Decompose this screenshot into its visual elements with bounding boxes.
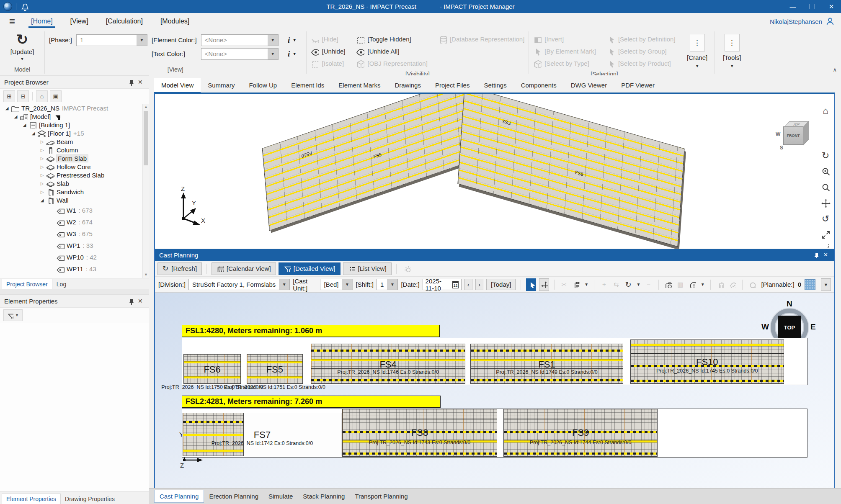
scroll-up-icon[interactable]: ▲ <box>143 104 149 110</box>
next-day-button[interactable]: › <box>475 279 483 290</box>
crane-dropdown-icon[interactable]: ▼ <box>695 64 699 68</box>
slab-fs8[interactable]: FS8Proj:TR_2026_NS Id:1743 Es:0 Strands:… <box>342 409 497 457</box>
regenerate-dropdown-icon[interactable]: ▼ <box>636 279 641 291</box>
compass-top-face[interactable]: TOP <box>778 316 801 339</box>
expand-icon[interactable]: ▷ <box>39 165 46 169</box>
tree-item-form-slab[interactable]: ▷Form Slab <box>0 154 149 162</box>
ribbon-item-invert[interactable]: [Invert] <box>533 33 596 45</box>
tree-item-prestressed-slab[interactable]: ▷Prestressed Slab <box>0 171 149 179</box>
ribbon-item-isolate[interactable]: [Isolate] <box>311 57 346 69</box>
phase-dropdown-icon[interactable]: ▼ <box>137 35 147 46</box>
element-color-dropdown-icon[interactable]: ▼ <box>268 35 278 46</box>
shift-select[interactable]: 1 ▼ <box>377 279 398 290</box>
panel-tab-element-properties[interactable]: Element Properties <box>2 494 61 504</box>
planning-tab-transport-planning[interactable]: Transport Planning <box>350 490 413 502</box>
user-account[interactable]: NikolajStephansen <box>770 16 835 26</box>
collapse-icon[interactable]: ◢ <box>30 131 37 136</box>
ribbon-tab-home[interactable]: [Home] <box>26 16 58 26</box>
calendar-icon[interactable]: 12 <box>452 281 458 288</box>
ribbon-tab-view[interactable]: [View] <box>65 16 93 26</box>
main-tab-follow-up[interactable]: Follow Up <box>242 78 284 93</box>
pin-icon[interactable] <box>126 298 134 305</box>
cut-button[interactable]: ✂ <box>560 279 569 291</box>
main-tab-model-view[interactable]: Model View <box>154 78 201 93</box>
phase-input[interactable]: 1 ▼ <box>76 34 147 46</box>
collapse-icon[interactable]: ◢ <box>12 114 19 119</box>
view-button-list-view[interactable]: [List View] <box>343 262 392 275</box>
move-tool-button[interactable] <box>539 278 549 291</box>
issues-button[interactable] <box>688 279 697 291</box>
bed-2[interactable]: FS7Proj:TR_2026_NS Id:1742 Es:0 Strands:… <box>182 409 807 458</box>
tree-scrollbar[interactable]: ▲ ▼ <box>142 104 149 278</box>
tree-item-wp10[interactable]: WP10: 42 <box>0 251 149 263</box>
cast-unit-select[interactable]: [Bed] ▼ <box>320 279 353 290</box>
panel-tab-project-browser[interactable]: Project Browser <box>2 279 52 289</box>
collapse-icon[interactable]: ◢ <box>39 198 46 203</box>
view-cube-front-face[interactable]: FRONT <box>783 126 803 145</box>
properties-filter-button[interactable]: ▼ <box>3 309 23 321</box>
cast-unit-dropdown-icon[interactable]: ▼ <box>342 279 353 290</box>
element-color-info-button[interactable]: i▼ <box>283 36 302 45</box>
validate-button[interactable] <box>728 279 737 291</box>
date-input[interactable]: 2025-11-10 12 <box>423 279 462 290</box>
issues-dropdown-icon[interactable]: ▼ <box>700 279 705 291</box>
ribbon-item-by-element-mark[interactable]: [By Element Mark] <box>533 45 596 57</box>
planning-tab-stack-planning[interactable]: Stack Planning <box>298 490 350 502</box>
division-dropdown-icon[interactable]: ▼ <box>279 279 289 290</box>
ribbon-item-select-by-product[interactable]: [Select by Product] <box>607 57 676 69</box>
slab-fs6[interactable]: FS6Proj:TR_2026_NS Id:1750 Es:0 Strands:… <box>183 354 241 384</box>
main-tab-project-files[interactable]: Project Files <box>428 78 477 93</box>
main-tab-settings[interactable]: Settings <box>477 78 513 93</box>
main-menu-icon[interactable]: ≣ <box>6 17 18 26</box>
cast-planning-canvas[interactable]: TOP N S W E Y Z X FSL1:4280, Meters rema… <box>155 293 834 489</box>
tree-item-w3[interactable]: W3: 675 <box>0 228 149 239</box>
collapse-icon[interactable]: ◢ <box>21 123 28 127</box>
select-tool-button[interactable] <box>526 278 536 291</box>
text-color-dropdown-icon[interactable]: ▼ <box>268 49 278 59</box>
paste-button[interactable] <box>572 279 581 291</box>
close-button[interactable]: ✕ <box>822 0 841 13</box>
expand-all-button[interactable]: ⊞ <box>3 90 15 102</box>
view-cube[interactable]: TOP FRONT W S <box>781 119 810 148</box>
model-slab-group-left[interactable]: FS10FS5 <box>262 94 476 231</box>
close-panel-icon[interactable]: ✕ <box>138 79 145 86</box>
tree-item-tr_2026_ns[interactable]: ◢TR_2026_NSIMPACT Precast <box>0 104 149 112</box>
bed-header-2[interactable]: FSL2:4281, Meters remaining: 7.260 m <box>182 396 441 408</box>
tree-item-sandwich[interactable]: ▷Sandwich <box>0 188 149 196</box>
bed-header-1[interactable]: FSL1:4280, Meters remaining: 1.060 m <box>182 325 440 337</box>
rotate-view-icon[interactable]: ↺ <box>822 214 829 224</box>
update-dropdown-icon[interactable]: ▼ <box>20 57 24 61</box>
expand-icon[interactable]: ▷ <box>39 190 46 194</box>
tree-item-slab[interactable]: ▷Slab <box>0 179 149 188</box>
slab-fs7[interactable]: FS7Proj:TR_2026_NS Id:1742 Es:0 Strands:… <box>183 413 341 456</box>
plannable-color-swatch[interactable] <box>805 279 815 290</box>
tree-item-wall[interactable]: ◢Wall <box>0 196 149 204</box>
ribbon-item-hide[interactable]: [Hide] <box>311 33 346 45</box>
tree-item-column[interactable]: ▷Column <box>0 146 149 154</box>
swap-button[interactable]: ⇆ <box>611 279 621 291</box>
tree-item-w1[interactable]: W1: 673 <box>0 204 149 216</box>
zoom-home-button[interactable]: ⌂ <box>36 90 48 102</box>
paste-dropdown-icon[interactable]: ▼ <box>584 279 589 291</box>
tools-dropdown-icon[interactable]: ▼ <box>730 64 734 68</box>
tree-item-hollow-core[interactable]: ▷Hollow Core <box>0 162 149 171</box>
snapshot-button[interactable] <box>663 279 673 291</box>
notifications-bell-icon[interactable] <box>20 3 28 11</box>
planning-tab-erection-planning[interactable]: Erection Planning <box>204 490 263 502</box>
crane-button[interactable]: ⋮ [Crane] ▼ <box>684 31 710 68</box>
scrollbar-thumb[interactable] <box>144 111 148 165</box>
model-viewport[interactable]: FS10FS5 FS3FS9 Z Y X TOP FRONT W S <box>155 94 834 249</box>
add-button[interactable]: ＋ <box>599 279 609 291</box>
close-panel-icon[interactable]: ✕ <box>823 252 830 258</box>
slab-fs1[interactable]: FS1Proj:TR_2026_NS Id:1749 Es:0 Strands:… <box>470 344 624 383</box>
division-select[interactable]: StruSoft Factory 1, Formslabs ▼ <box>188 279 290 290</box>
scroll-to-selection-button[interactable]: ▣ <box>50 90 62 102</box>
delete-button[interactable] <box>716 279 725 291</box>
filter-funnel-icon[interactable] <box>54 113 60 120</box>
view-button-calendar-view[interactable]: [Calendar View] <box>212 262 276 275</box>
element-color-select[interactable]: <None> ▼ <box>201 34 279 46</box>
columns-button[interactable]: ▥ <box>676 279 685 291</box>
tree-item-floor-1[interactable]: ◢[Floor 1]+15 <box>0 129 149 137</box>
search-button[interactable] <box>747 279 756 291</box>
pin-icon[interactable] <box>126 79 134 86</box>
